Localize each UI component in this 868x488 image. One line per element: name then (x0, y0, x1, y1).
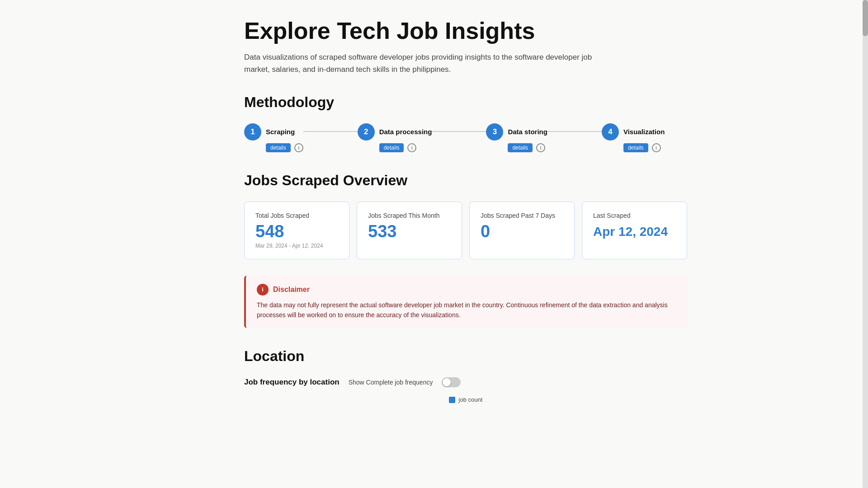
step-1-circle: 1 (244, 123, 261, 141)
step-2-header: 2 Data processing (358, 123, 432, 141)
page-title: Explore Tech Job Insights (244, 18, 687, 44)
legend-color-swatch (449, 397, 455, 403)
frequency-label: Job frequency by location (244, 378, 340, 387)
connector-2-3 (432, 131, 486, 132)
step-1-name: Scraping (266, 128, 295, 136)
step-3-actions: details i (508, 143, 545, 152)
step-1-header: 1 Scraping (244, 123, 295, 141)
step-4-info-icon[interactable]: i (652, 143, 661, 152)
toggle-knob (443, 378, 451, 386)
frequency-toggle[interactable] (442, 377, 461, 387)
connector-1-2 (303, 131, 358, 132)
location-title: Location (244, 348, 687, 365)
step-4-header: 4 Visualization (602, 123, 665, 141)
location-controls: Job frequency by location Show Complete … (244, 377, 687, 387)
legend-label: job count (459, 396, 483, 403)
methodology-steps: 1 Scraping details i 2 Data processing (244, 123, 687, 152)
weekly-jobs-card: Jobs Scraped Past 7 Days 0 (469, 202, 575, 259)
weekly-jobs-value: 0 (481, 223, 563, 240)
step-3-circle: 3 (486, 123, 503, 141)
stat-cards-grid: Total Jobs Scraped 548 Mar 29, 2024 - Ap… (244, 202, 687, 259)
step-1-details-button[interactable]: details (266, 143, 291, 152)
methodology-section: Methodology 1 Scraping details i (244, 94, 687, 152)
last-scraped-label: Last Scraped (593, 212, 676, 219)
step-1: 1 Scraping details i (244, 123, 303, 152)
step-2-actions: details i (379, 143, 417, 152)
monthly-jobs-value: 533 (368, 223, 451, 240)
scrollbar-thumb[interactable] (863, 0, 868, 36)
step-2-details-button[interactable]: details (379, 143, 404, 152)
page-subtitle: Data visualizations of scraped software … (244, 51, 606, 75)
step-2-info-icon[interactable]: i (407, 143, 416, 152)
location-section: Location Job frequency by location Show … (244, 348, 687, 403)
connector-3-4 (547, 131, 602, 132)
disclaimer-header: i Disclaimer (257, 284, 676, 296)
step-1-info-icon[interactable]: i (294, 143, 303, 152)
step-3-header: 3 Data storing (486, 123, 547, 141)
step-3-details-button[interactable]: details (508, 143, 533, 152)
monthly-jobs-card: Jobs Scraped This Month 533 (357, 202, 462, 259)
disclaimer-box: i Disclaimer The data may not fully repr… (244, 276, 687, 328)
weekly-jobs-label: Jobs Scraped Past 7 Days (481, 212, 563, 219)
disclaimer-title: Disclaimer (273, 286, 310, 294)
total-jobs-sub: Mar 29, 2024 - Apr 12, 2024 (255, 243, 338, 249)
scrollbar[interactable] (863, 0, 868, 488)
step-1-actions: details i (266, 143, 303, 152)
disclaimer-icon: i (257, 284, 269, 296)
methodology-title: Methodology (244, 94, 687, 111)
step-4-actions: details i (623, 143, 661, 152)
overview-title: Jobs Scraped Overview (244, 172, 687, 189)
monthly-jobs-label: Jobs Scraped This Month (368, 212, 451, 219)
total-jobs-card: Total Jobs Scraped 548 Mar 29, 2024 - Ap… (244, 202, 349, 259)
disclaimer-text: The data may not fully represent the act… (257, 300, 676, 320)
toggle-label: Show Complete job frequency (349, 379, 433, 386)
step-4-circle: 4 (602, 123, 619, 141)
step-4-details-button[interactable]: details (623, 143, 648, 152)
step-3-info-icon[interactable]: i (536, 143, 545, 152)
chart-legend: job count (244, 396, 687, 403)
step-2: 2 Data processing details i (358, 123, 432, 152)
last-scraped-card: Last Scraped Apr 12, 2024 (582, 202, 687, 259)
step-2-circle: 2 (358, 123, 375, 141)
step-3: 3 Data storing details i (486, 123, 547, 152)
total-jobs-value: 548 (255, 223, 338, 240)
step-2-name: Data processing (379, 128, 432, 136)
step-4-name: Visualization (623, 128, 665, 136)
page-container: Explore Tech Job Insights Data visualiza… (154, 0, 714, 444)
overview-section: Jobs Scraped Overview Total Jobs Scraped… (244, 172, 687, 259)
last-scraped-value: Apr 12, 2024 (593, 223, 676, 238)
step-3-name: Data storing (508, 128, 547, 136)
step-4: 4 Visualization details i (602, 123, 665, 152)
total-jobs-label: Total Jobs Scraped (255, 212, 338, 219)
